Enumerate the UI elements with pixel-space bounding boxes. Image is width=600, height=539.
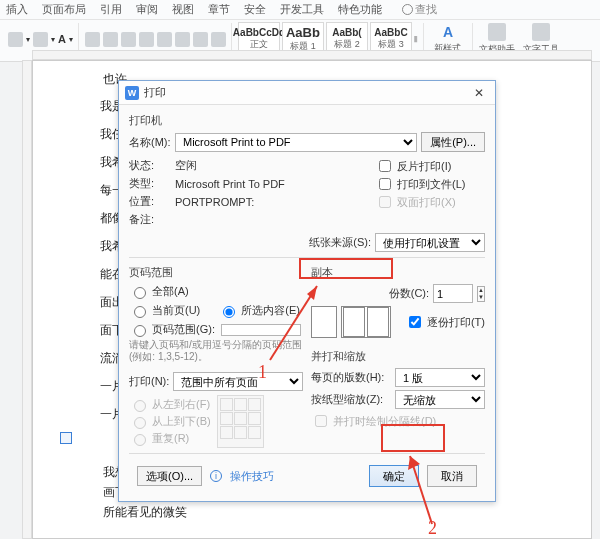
ribbon-tabs: 插入 页面布局 引用 审阅 视图 章节 安全 开发工具 特色功能 查找 xyxy=(0,0,600,20)
name-label: 名称(M): xyxy=(129,135,171,150)
style-preview: AaBb xyxy=(286,25,320,40)
page-break-icon[interactable] xyxy=(60,432,72,444)
bullets-icon[interactable] xyxy=(85,32,100,47)
tab-developer[interactable]: 开发工具 xyxy=(280,2,324,17)
range-pages-radio[interactable]: 页码范围(G): xyxy=(129,322,303,337)
chevron-down-icon[interactable]: ▾ xyxy=(26,35,30,44)
dialog-title: 打印 xyxy=(144,85,166,100)
tab-security[interactable]: 安全 xyxy=(244,2,266,17)
app-icon: W xyxy=(125,86,139,100)
order-repeat-radio: 重复(R) xyxy=(129,431,211,446)
print-to-file-checkbox[interactable]: 打印到文件(L) xyxy=(375,175,485,193)
search-label: 查找 xyxy=(415,2,437,17)
numbering-icon[interactable] xyxy=(103,32,118,47)
doc-helper-icon xyxy=(488,23,506,41)
where-label: 位置: xyxy=(129,194,171,209)
text-tools-icon xyxy=(532,23,550,41)
tab-view[interactable]: 视图 xyxy=(172,2,194,17)
scale-select[interactable]: 无缩放 xyxy=(395,390,485,409)
collate-preview-icon xyxy=(341,306,391,338)
tab-insert[interactable]: 插入 xyxy=(6,2,28,17)
pages-per-sheet-label: 每页的版数(H): xyxy=(311,370,391,385)
tab-references[interactable]: 引用 xyxy=(100,2,122,17)
copies-section-label: 副本 xyxy=(311,265,485,280)
comment-label: 备注: xyxy=(129,212,171,227)
text-line: 所能看见的微笑 xyxy=(103,504,581,521)
reverse-print-checkbox[interactable]: 反片打印(I) xyxy=(375,157,485,175)
zoom-section-label: 并打和缩放 xyxy=(311,349,485,364)
indent-right-icon[interactable] xyxy=(139,32,154,47)
range-hint: 请键入页码和/或用逗号分隔的页码范围(例如: 1,3,5-12)。 xyxy=(129,339,303,363)
style-preview: AaBb( xyxy=(332,27,361,38)
cancel-button[interactable]: 取消 xyxy=(427,465,477,487)
chevron-down-icon[interactable]: ▾ xyxy=(69,35,73,44)
info-icon: i xyxy=(210,470,222,482)
tab-special[interactable]: 特色功能 xyxy=(338,2,382,17)
copies-spinner[interactable]: ▲▼ xyxy=(477,286,485,302)
range-pages-input[interactable] xyxy=(221,324,301,336)
printer-section-label: 打印机 xyxy=(129,113,485,128)
borders-icon[interactable] xyxy=(211,32,226,47)
font-color-icon[interactable] xyxy=(8,32,23,47)
order-preview-icon xyxy=(217,395,264,448)
search-icon xyxy=(402,4,413,15)
style-preview: AaBbCcDd xyxy=(233,27,285,38)
copies-input[interactable] xyxy=(433,284,473,303)
status-label: 状态: xyxy=(129,158,171,173)
status-value: 空闲 xyxy=(175,158,197,173)
paper-source-select[interactable]: 使用打印机设置 xyxy=(375,233,485,252)
indent-left-icon[interactable] xyxy=(121,32,136,47)
font-a-icon[interactable]: A xyxy=(58,33,66,45)
horizontal-ruler[interactable] xyxy=(32,50,592,60)
type-value: Microsoft Print To PDF xyxy=(175,178,285,190)
where-value: PORTPROMPT: xyxy=(175,196,254,208)
ok-button[interactable]: 确定 xyxy=(369,465,419,487)
shading-icon[interactable] xyxy=(193,32,208,47)
styles-more-icon[interactable]: ⦀ xyxy=(414,34,418,45)
print-dialog: W 打印 ✕ 打印机 名称(M): Microsoft Print to PDF… xyxy=(118,80,496,502)
tab-sections[interactable]: 章节 xyxy=(208,2,230,17)
collate-preview-icon xyxy=(311,306,337,338)
new-style-icon: A xyxy=(443,24,453,40)
print-what-select[interactable]: 范围中所有页面 xyxy=(173,372,303,391)
order-tb-radio: 从上到下(B) xyxy=(129,414,211,429)
duplex-checkbox: 双面打印(X) xyxy=(375,193,485,211)
tips-link[interactable]: 操作技巧 xyxy=(230,469,274,484)
range-selection-radio[interactable]: 所选内容(E) xyxy=(218,303,300,318)
line-spacing-icon[interactable] xyxy=(175,32,190,47)
tab-layout[interactable]: 页面布局 xyxy=(42,2,86,17)
printer-select[interactable]: Microsoft Print to PDF xyxy=(175,133,417,152)
vertical-ruler[interactable] xyxy=(22,60,32,539)
range-section-label: 页码范围 xyxy=(129,265,303,280)
order-lr-radio: 从左到右(F) xyxy=(129,397,211,412)
chevron-down-icon[interactable]: ▾ xyxy=(51,35,55,44)
close-button[interactable]: ✕ xyxy=(469,85,489,101)
paper-source-label: 纸张来源(S): xyxy=(309,235,371,250)
range-all-radio[interactable]: 全部(A) xyxy=(129,284,303,299)
style-preview: AaBbC xyxy=(374,27,407,38)
print-what-label: 打印(N): xyxy=(129,374,169,389)
draw-lines-checkbox: 并打时绘制分隔线(D) xyxy=(311,412,485,430)
dialog-titlebar[interactable]: W 打印 ✕ xyxy=(119,81,495,105)
properties-button[interactable]: 属性(P)... xyxy=(421,132,485,152)
copies-label: 份数(C): xyxy=(389,286,429,301)
scale-label: 按纸型缩放(Z): xyxy=(311,392,391,407)
search-box[interactable]: 查找 xyxy=(402,2,437,17)
type-label: 类型: xyxy=(129,176,171,191)
collate-checkbox[interactable]: 逐份打印(T) xyxy=(405,313,485,331)
options-button[interactable]: 选项(O)... xyxy=(137,466,202,486)
pages-per-sheet-select[interactable]: 1 版 xyxy=(395,368,485,387)
highlight-icon[interactable] xyxy=(33,32,48,47)
align-icon[interactable] xyxy=(157,32,172,47)
tab-review[interactable]: 审阅 xyxy=(136,2,158,17)
range-current-radio[interactable]: 当前页(U) xyxy=(129,303,200,318)
